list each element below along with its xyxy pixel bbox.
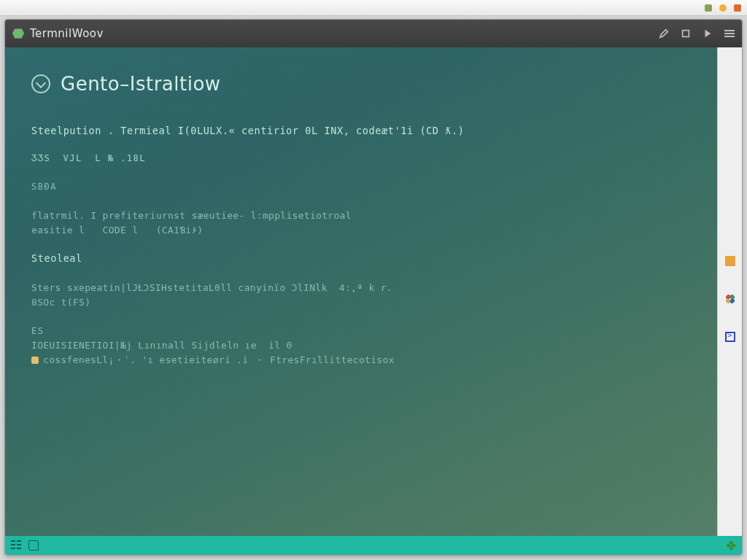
taskbar-apps-icon[interactable] [11,540,21,551]
sidebar-apps-icon[interactable] [725,294,735,304]
term-line-10: cossfenesLl¡・ˈ. 'ı esetieiteøri .i ・ Ftr… [43,353,395,368]
app-icon [12,28,24,39]
desktop-window-controls [0,0,747,16]
taskbar-terminal-icon[interactable] [28,540,39,551]
play-icon[interactable] [703,28,713,39]
sidebar-marker-icon[interactable] [725,256,735,266]
term-line-3: SBƉA [31,180,691,194]
taskbar: ✤ [5,536,742,555]
sidebar-console-icon[interactable] [725,332,735,342]
term-line-1: Steelpution . Termieal I(0LULX.« centiri… [31,123,691,139]
term-section: Steoleal [31,251,691,266]
minimize-dot[interactable] [705,4,712,12]
term-line-2: ƷƷS VJL L № .18l [31,152,691,166]
terminal-pane[interactable]: Gento–Istraltiow Steelpution . Termieal … [5,47,717,536]
taskbar-tray: ✤ [727,539,736,553]
package-icon [31,357,39,364]
application-window: TermnilWoov Gento–Istraltiow Steelputio [4,19,743,556]
titlebar: TermnilWoov [5,20,742,47]
edit-icon[interactable] [659,28,669,39]
stop-icon[interactable] [681,28,691,39]
term-line-4: flatrmil. I prefiteriurnst sæeutiee- l:m… [31,209,691,223]
svg-rect-0 [683,31,689,37]
term-line-6: Sters sxepeatin|lJⱢƆSIHstetitaL0ll canyi… [31,281,691,295]
term-line-7: 8SOc t(FS) [31,295,691,310]
tray-clover-icon[interactable]: ✤ [727,539,736,553]
terminal-heading: Gento–Istraltiow [61,69,221,98]
right-sidebar [717,47,742,536]
terminal-header: Gento–Istraltiow [31,69,691,98]
work-area: Gento–Istraltiow Steelpution . Termieal … [5,47,742,536]
menu-icon[interactable] [724,28,735,39]
close-dot[interactable] [734,4,741,12]
term-line-9: IOEUISIENETIOI|№j Lınınall Sijdleln ıe i… [31,338,691,353]
term-line-10-row: cossfenesLl¡・ˈ. 'ı esetieiteøri .i ・ Ftr… [31,353,691,368]
download-circle-icon [31,74,50,93]
titlebar-actions [659,28,735,39]
app-title: TermnilWoov [30,27,104,40]
term-line-8: ES [31,324,691,338]
term-line-5: easitie l CODE l (CA1Ɓi۶) [31,223,691,238]
maximize-dot[interactable] [719,4,727,12]
